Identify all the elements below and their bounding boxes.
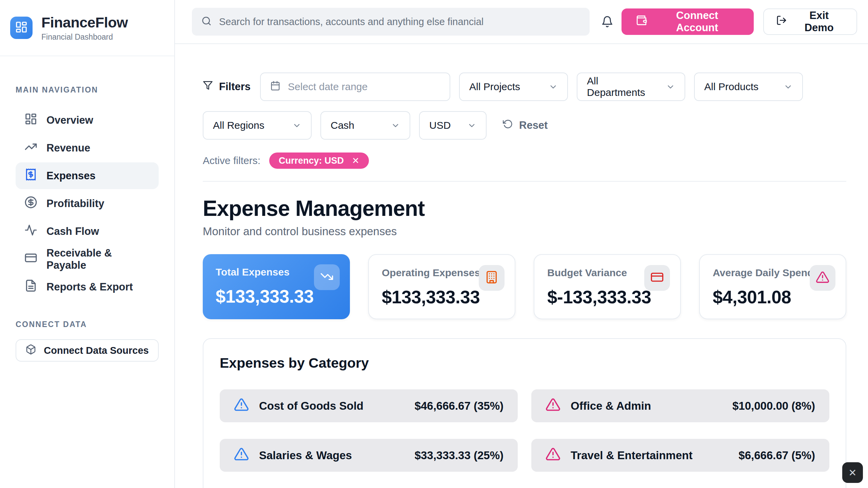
category-value: $46,666.67 (35%) [415, 400, 504, 412]
sidebar-item-label: Reports & Export [46, 281, 133, 293]
filters-title: Filters [219, 81, 251, 93]
date-range-input[interactable]: Select date range [260, 73, 450, 101]
exit-demo-button[interactable]: Exit Demo [763, 8, 857, 35]
chevron-down-icon [467, 121, 476, 130]
rotate-ccw-icon [503, 119, 513, 132]
connect-account-label: Connect Account [655, 9, 740, 34]
sidebar-item-revenue[interactable]: Revenue [16, 135, 159, 161]
active-filter-chip-label: Currency: USD [279, 156, 344, 166]
filters-label: Filters [203, 80, 251, 93]
sidebar-item-overview[interactable]: Overview [16, 107, 159, 134]
close-overlay-button[interactable]: ✕ [842, 462, 863, 483]
search-icon [201, 16, 212, 27]
page-title: Expense Management [203, 196, 846, 221]
departments-dropdown-value: All Departments [587, 75, 656, 98]
topbar: Connect Account Exit Demo [175, 0, 868, 44]
sidebar-item-profitability[interactable]: Profitability [16, 190, 159, 217]
category-row-salaries-wages[interactable]: Salaries & Wages $33,333.33 (25%) [220, 439, 518, 472]
section-divider [203, 181, 846, 182]
projects-dropdown-value: All Projects [469, 81, 520, 93]
main-content: Filters Select date range All Projects A… [175, 44, 868, 488]
funnel-icon [203, 80, 213, 93]
sidebar-item-receivable-payable[interactable]: Receivable & Payable [16, 246, 159, 272]
date-range-placeholder: Select date range [288, 81, 368, 93]
active-filters-row: Active filters: Currency: USD ✕ [203, 152, 846, 169]
connect-account-button[interactable]: Connect Account [622, 8, 754, 35]
nav-section-header: MAIN NAVIGATION [16, 85, 159, 95]
file-text-icon [24, 279, 37, 295]
sidebar-item-label: Profitability [46, 198, 104, 210]
regions-dropdown-value: All Regions [213, 120, 264, 131]
stat-icon-tile [314, 264, 340, 290]
exit-demo-label: Exit Demo [794, 9, 844, 34]
currency-dropdown[interactable]: USD [419, 111, 487, 140]
brand-tagline: Financial Dashboard [41, 33, 128, 42]
chevron-down-icon [549, 82, 558, 92]
chevron-down-icon [784, 82, 793, 92]
close-icon[interactable]: ✕ [352, 156, 359, 166]
category-name: Salaries & Wages [259, 449, 352, 462]
stat-icon-tile [810, 265, 835, 291]
page-subtitle: Monitor and control business expenses [203, 225, 846, 238]
credit-card-icon [24, 251, 37, 267]
category-value: $6,666.67 (5%) [738, 449, 815, 462]
chevron-down-icon [292, 121, 301, 130]
reset-label: Reset [519, 119, 548, 131]
filters-row-1: Filters Select date range All Projects A… [203, 73, 846, 101]
wallet-icon [636, 15, 647, 29]
category-row-office-admin[interactable]: Office & Admin $10,000.00 (8%) [531, 389, 829, 422]
credit-card-icon [650, 270, 664, 285]
category-name: Cost of Goods Sold [259, 400, 363, 412]
alert-triangle-icon [546, 447, 560, 464]
category-row-travel-entertainment[interactable]: Travel & Entertainment $6,666.67 (5%) [531, 439, 829, 472]
sidebar-item-label: Cash Flow [46, 225, 99, 238]
connect-data-sources-label: Connect Data Sources [44, 345, 149, 356]
active-filters-label: Active filters: [203, 155, 260, 166]
category-name: Travel & Entertainment [571, 449, 692, 462]
expenses-by-category-title: Expenses by Category [220, 355, 829, 371]
filters-row-2: All Regions Cash USD Reset [203, 111, 846, 140]
stat-card-budget-variance: Budget Variance $-133,333.33 [534, 254, 681, 319]
stat-card-total-expenses: Total Expenses $133,333.33 [203, 254, 350, 319]
stat-icon-tile [479, 265, 505, 291]
sidebar-item-expenses[interactable]: Expenses [16, 162, 159, 189]
brand-logo [10, 17, 33, 39]
sidebar-item-label: Expenses [46, 170, 96, 182]
departments-dropdown[interactable]: All Departments [577, 73, 685, 101]
calendar-icon [270, 81, 280, 93]
connect-data-header: CONNECT DATA [16, 320, 159, 329]
search-bar[interactable] [192, 8, 590, 36]
active-filter-chip-currency[interactable]: Currency: USD ✕ [269, 152, 369, 169]
activity-icon [24, 224, 37, 239]
sidebar-item-label: Receivable & Payable [46, 247, 150, 271]
projects-dropdown[interactable]: All Projects [459, 73, 568, 101]
circle-dollar-icon [24, 196, 37, 211]
alert-triangle-icon [816, 270, 829, 285]
sidebar-item-label: Revenue [46, 142, 90, 154]
package-icon [25, 344, 36, 357]
connect-data-sources-button[interactable]: Connect Data Sources [16, 339, 159, 362]
search-input[interactable] [219, 16, 580, 27]
chevron-down-icon [391, 121, 400, 130]
sidebar-item-cash-flow[interactable]: Cash Flow [16, 218, 159, 245]
receipt-icon [24, 168, 37, 184]
reset-filters-button[interactable]: Reset [503, 119, 548, 132]
brand-header: FinanceFlow Financial Dashboard [0, 0, 174, 56]
stat-card-average-daily-spend: Average Daily Spend $4,301.08 [699, 254, 846, 319]
notifications-bell-icon[interactable] [601, 16, 613, 28]
trending-up-icon [24, 140, 37, 156]
sidebar-item-reports-export[interactable]: Reports & Export [16, 273, 159, 300]
stat-cards-row: Total Expenses $133,333.33 Operating Exp… [203, 254, 846, 319]
alert-triangle-icon [234, 397, 249, 415]
log-out-icon [776, 15, 787, 28]
layout-dashboard-icon [15, 21, 28, 35]
products-dropdown-value: All Products [704, 81, 758, 93]
stat-icon-tile [644, 265, 670, 291]
expenses-by-category-card: Expenses by Category Cost of Goods Sold … [203, 338, 846, 488]
chevron-down-icon [666, 82, 675, 92]
products-dropdown[interactable]: All Products [694, 73, 803, 101]
main-navigation: MAIN NAVIGATION Overview Revenue Expense… [0, 85, 174, 362]
payment-method-dropdown[interactable]: Cash [320, 111, 410, 140]
regions-dropdown[interactable]: All Regions [203, 111, 312, 140]
category-row-cost-of-goods-sold[interactable]: Cost of Goods Sold $46,666.67 (35%) [220, 389, 518, 422]
